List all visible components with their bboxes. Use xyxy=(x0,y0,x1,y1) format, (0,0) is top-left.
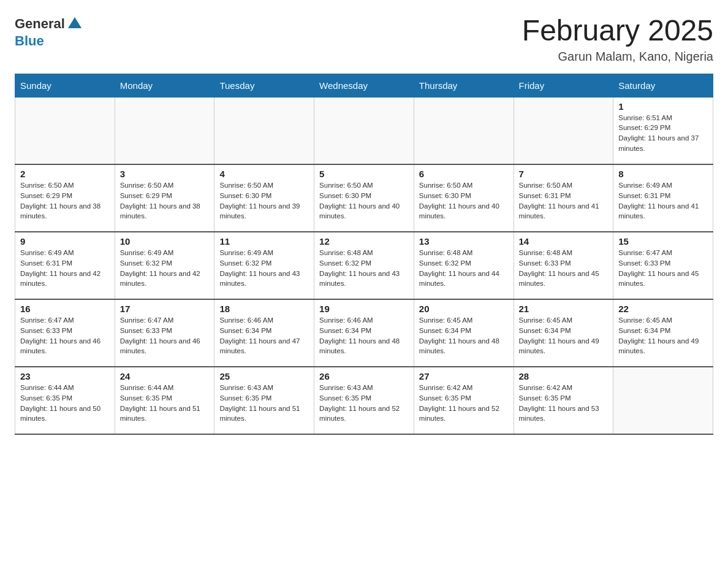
day-number: 2 xyxy=(20,169,110,179)
day-info: Sunrise: 6:48 AMSunset: 6:32 PMDaylight:… xyxy=(319,248,409,289)
day-number: 22 xyxy=(618,304,708,314)
day-number: 21 xyxy=(519,304,609,314)
calendar-cell: 28Sunrise: 6:42 AMSunset: 6:35 PMDayligh… xyxy=(514,367,613,434)
header-thursday: Thursday xyxy=(414,74,514,97)
calendar-cell: 24Sunrise: 6:44 AMSunset: 6:35 PMDayligh… xyxy=(115,367,214,434)
calendar-cell: 5Sunrise: 6:50 AMSunset: 6:30 PMDaylight… xyxy=(314,164,414,232)
calendar-cell: 21Sunrise: 6:45 AMSunset: 6:34 PMDayligh… xyxy=(514,299,613,367)
calendar-cell: 23Sunrise: 6:44 AMSunset: 6:35 PMDayligh… xyxy=(15,367,115,434)
header-friday: Friday xyxy=(514,74,613,97)
day-number: 8 xyxy=(618,169,708,179)
calendar-body: 1Sunrise: 6:51 AMSunset: 6:29 PMDaylight… xyxy=(15,97,713,434)
calendar-cell: 12Sunrise: 6:48 AMSunset: 6:32 PMDayligh… xyxy=(314,232,414,299)
calendar-table: Sunday Monday Tuesday Wednesday Thursday… xyxy=(15,74,713,435)
calendar-title: February 2025 xyxy=(522,15,713,47)
day-info: Sunrise: 6:43 AMSunset: 6:35 PMDaylight:… xyxy=(319,383,409,424)
page-header: General Blue February 2025 Garun Malam, … xyxy=(15,15,713,64)
logo-flag-icon xyxy=(66,15,84,33)
calendar-week-row: 16Sunrise: 6:47 AMSunset: 6:33 PMDayligh… xyxy=(15,299,713,367)
day-number: 14 xyxy=(519,236,609,247)
day-number: 7 xyxy=(519,169,609,179)
day-info: Sunrise: 6:50 AMSunset: 6:30 PMDaylight:… xyxy=(319,180,409,221)
day-info: Sunrise: 6:44 AMSunset: 6:35 PMDaylight:… xyxy=(120,383,210,424)
day-number: 1 xyxy=(618,101,708,112)
calendar-cell: 7Sunrise: 6:50 AMSunset: 6:31 PMDaylight… xyxy=(514,164,613,232)
day-number: 6 xyxy=(419,169,509,179)
logo-blue-text: Blue xyxy=(15,33,44,48)
title-block: February 2025 Garun Malam, Kano, Nigeria xyxy=(522,15,713,64)
day-info: Sunrise: 6:47 AMSunset: 6:33 PMDaylight:… xyxy=(120,315,210,356)
day-info: Sunrise: 6:49 AMSunset: 6:32 PMDaylight:… xyxy=(219,248,309,289)
calendar-subtitle: Garun Malam, Kano, Nigeria xyxy=(522,50,713,64)
calendar-cell: 16Sunrise: 6:47 AMSunset: 6:33 PMDayligh… xyxy=(15,299,115,367)
day-number: 17 xyxy=(120,304,210,314)
calendar-cell: 3Sunrise: 6:50 AMSunset: 6:29 PMDaylight… xyxy=(115,164,214,232)
day-info: Sunrise: 6:42 AMSunset: 6:35 PMDaylight:… xyxy=(419,383,509,424)
calendar-cell: 10Sunrise: 6:49 AMSunset: 6:32 PMDayligh… xyxy=(115,232,214,299)
header-sunday: Sunday xyxy=(15,74,115,97)
day-info: Sunrise: 6:51 AMSunset: 6:29 PMDaylight:… xyxy=(618,113,708,154)
day-number: 4 xyxy=(219,169,309,179)
calendar-cell: 1Sunrise: 6:51 AMSunset: 6:29 PMDaylight… xyxy=(613,97,713,164)
calendar-week-row: 9Sunrise: 6:49 AMSunset: 6:31 PMDaylight… xyxy=(15,232,713,299)
day-info: Sunrise: 6:46 AMSunset: 6:34 PMDaylight:… xyxy=(319,315,409,356)
calendar-cell: 17Sunrise: 6:47 AMSunset: 6:33 PMDayligh… xyxy=(115,299,214,367)
day-number: 25 xyxy=(219,371,309,381)
logo-general-text: General xyxy=(15,16,65,32)
day-number: 19 xyxy=(319,304,409,314)
calendar-header: Sunday Monday Tuesday Wednesday Thursday… xyxy=(15,74,713,97)
calendar-week-row: 2Sunrise: 6:50 AMSunset: 6:29 PMDaylight… xyxy=(15,164,713,232)
day-info: Sunrise: 6:49 AMSunset: 6:31 PMDaylight:… xyxy=(20,248,110,289)
calendar-cell: 14Sunrise: 6:48 AMSunset: 6:33 PMDayligh… xyxy=(514,232,613,299)
calendar-cell: 6Sunrise: 6:50 AMSunset: 6:30 PMDaylight… xyxy=(414,164,514,232)
day-number: 9 xyxy=(20,236,110,247)
day-info: Sunrise: 6:50 AMSunset: 6:29 PMDaylight:… xyxy=(120,180,210,221)
calendar-cell: 2Sunrise: 6:50 AMSunset: 6:29 PMDaylight… xyxy=(15,164,115,232)
day-info: Sunrise: 6:46 AMSunset: 6:34 PMDaylight:… xyxy=(219,315,309,356)
calendar-cell: 20Sunrise: 6:45 AMSunset: 6:34 PMDayligh… xyxy=(414,299,514,367)
day-info: Sunrise: 6:50 AMSunset: 6:30 PMDaylight:… xyxy=(419,180,509,221)
day-info: Sunrise: 6:45 AMSunset: 6:34 PMDaylight:… xyxy=(618,315,708,356)
calendar-cell: 27Sunrise: 6:42 AMSunset: 6:35 PMDayligh… xyxy=(414,367,514,434)
header-saturday: Saturday xyxy=(613,74,713,97)
calendar-cell xyxy=(414,97,514,164)
calendar-cell: 8Sunrise: 6:49 AMSunset: 6:31 PMDaylight… xyxy=(613,164,713,232)
day-info: Sunrise: 6:48 AMSunset: 6:32 PMDaylight:… xyxy=(419,248,509,289)
day-info: Sunrise: 6:48 AMSunset: 6:33 PMDaylight:… xyxy=(519,248,609,289)
calendar-cell: 9Sunrise: 6:49 AMSunset: 6:31 PMDaylight… xyxy=(15,232,115,299)
day-number: 26 xyxy=(319,371,409,381)
day-number: 20 xyxy=(419,304,509,314)
day-number: 27 xyxy=(419,371,509,381)
calendar-cell: 15Sunrise: 6:47 AMSunset: 6:33 PMDayligh… xyxy=(613,232,713,299)
day-info: Sunrise: 6:44 AMSunset: 6:35 PMDaylight:… xyxy=(20,383,110,424)
calendar-cell: 18Sunrise: 6:46 AMSunset: 6:34 PMDayligh… xyxy=(214,299,314,367)
day-info: Sunrise: 6:45 AMSunset: 6:34 PMDaylight:… xyxy=(519,315,609,356)
day-number: 5 xyxy=(319,169,409,179)
calendar-cell xyxy=(314,97,414,164)
day-number: 18 xyxy=(219,304,309,314)
calendar-cell: 11Sunrise: 6:49 AMSunset: 6:32 PMDayligh… xyxy=(214,232,314,299)
header-wednesday: Wednesday xyxy=(314,74,414,97)
day-info: Sunrise: 6:50 AMSunset: 6:29 PMDaylight:… xyxy=(20,180,110,221)
logo: General Blue xyxy=(15,15,85,49)
header-tuesday: Tuesday xyxy=(214,74,314,97)
calendar-cell xyxy=(115,97,214,164)
calendar-cell: 25Sunrise: 6:43 AMSunset: 6:35 PMDayligh… xyxy=(214,367,314,434)
calendar-cell: 13Sunrise: 6:48 AMSunset: 6:32 PMDayligh… xyxy=(414,232,514,299)
day-number: 13 xyxy=(419,236,509,247)
day-number: 10 xyxy=(120,236,210,247)
day-number: 11 xyxy=(219,236,309,247)
day-number: 23 xyxy=(20,371,110,381)
day-number: 24 xyxy=(120,371,210,381)
calendar-cell: 22Sunrise: 6:45 AMSunset: 6:34 PMDayligh… xyxy=(613,299,713,367)
calendar-week-row: 23Sunrise: 6:44 AMSunset: 6:35 PMDayligh… xyxy=(15,367,713,434)
day-number: 16 xyxy=(20,304,110,314)
day-info: Sunrise: 6:45 AMSunset: 6:34 PMDaylight:… xyxy=(419,315,509,356)
calendar-cell: 4Sunrise: 6:50 AMSunset: 6:30 PMDaylight… xyxy=(214,164,314,232)
day-info: Sunrise: 6:50 AMSunset: 6:30 PMDaylight:… xyxy=(219,180,309,221)
day-number: 3 xyxy=(120,169,210,179)
calendar-cell: 26Sunrise: 6:43 AMSunset: 6:35 PMDayligh… xyxy=(314,367,414,434)
day-info: Sunrise: 6:42 AMSunset: 6:35 PMDaylight:… xyxy=(519,383,609,424)
day-info: Sunrise: 6:49 AMSunset: 6:31 PMDaylight:… xyxy=(618,180,708,221)
calendar-cell: 19Sunrise: 6:46 AMSunset: 6:34 PMDayligh… xyxy=(314,299,414,367)
